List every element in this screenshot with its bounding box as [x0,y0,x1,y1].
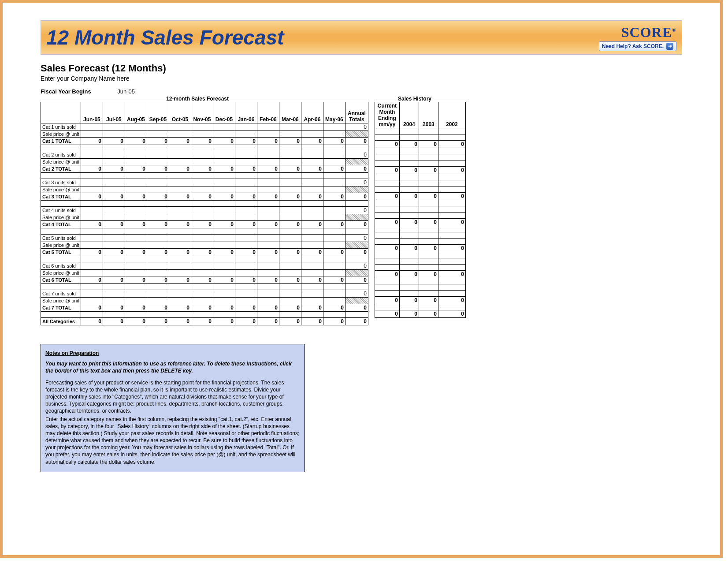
cell[interactable] [323,151,345,159]
cell[interactable] [438,265,465,271]
cell[interactable] [169,290,191,298]
cell[interactable] [103,159,125,165]
cell[interactable] [323,159,345,165]
row-label[interactable]: Cat 6 units sold [41,262,81,270]
cell[interactable] [125,123,147,131]
cell[interactable] [81,179,103,186]
cell[interactable] [323,262,345,270]
cell[interactable] [301,214,323,221]
cell[interactable] [257,298,279,304]
cell[interactable] [419,284,438,291]
company-name-placeholder[interactable]: Enter your Company Name here [41,75,682,82]
cell[interactable] [191,151,213,159]
cell[interactable] [301,179,323,186]
cell[interactable] [438,186,465,193]
cell[interactable] [323,214,345,221]
cell[interactable] [191,262,213,270]
row-label[interactable]: Sale price @ unit [41,159,81,165]
cell[interactable] [323,123,345,131]
cell[interactable] [169,159,191,165]
cell[interactable] [169,151,191,159]
cell[interactable] [399,134,419,141]
cell[interactable] [257,131,279,138]
cell[interactable] [279,151,301,159]
cell[interactable] [399,206,419,213]
row-label[interactable]: Cat 4 units sold [41,207,81,214]
cell[interactable] [235,235,257,242]
cell[interactable] [147,242,169,249]
cell[interactable] [191,242,213,249]
cell[interactable] [81,270,103,276]
cell[interactable] [375,265,399,271]
cell[interactable] [323,179,345,186]
cell[interactable] [125,179,147,186]
cell[interactable] [257,151,279,159]
cell[interactable] [235,242,257,249]
need-help-button[interactable]: Need Help? Ask SCORE. ➔ [599,41,676,51]
cell[interactable] [125,242,147,249]
cell[interactable] [147,262,169,270]
cell[interactable] [169,123,191,131]
cell[interactable] [419,154,438,160]
cell[interactable] [257,235,279,242]
fiscal-year-value[interactable]: Jun-05 [117,88,135,95]
cell[interactable] [235,159,257,165]
cell[interactable] [375,180,399,186]
row-label[interactable]: Sale price @ unit [41,131,81,138]
cell[interactable] [419,186,438,193]
cell[interactable] [169,131,191,138]
cell[interactable] [235,151,257,159]
cell[interactable] [419,239,438,245]
cell[interactable] [399,265,419,271]
cell[interactable] [213,298,235,304]
cell[interactable] [103,151,125,159]
cell[interactable] [213,290,235,298]
forecast-table[interactable]: Jun-05Jul-05Aug-05Sep-05Oct-05Nov-05Dec-… [41,102,368,325]
cell[interactable] [375,128,399,134]
cell[interactable] [375,134,399,141]
cell[interactable] [419,160,438,167]
cell[interactable] [399,180,419,186]
cell[interactable] [125,270,147,276]
cell[interactable] [125,207,147,214]
cell[interactable] [213,262,235,270]
cell[interactable] [301,123,323,131]
cell[interactable] [375,258,399,265]
cell[interactable] [301,151,323,159]
row-label[interactable]: Sale price @ unit [41,298,81,304]
cell[interactable] [399,128,419,134]
cell[interactable] [191,290,213,298]
cell[interactable] [213,235,235,242]
cell[interactable] [213,159,235,165]
cell[interactable] [103,186,125,193]
cell[interactable] [279,290,301,298]
cell[interactable] [191,298,213,304]
row-label[interactable]: Cat 1 units sold [41,123,81,131]
cell[interactable] [419,291,438,297]
cell[interactable] [81,131,103,138]
cell[interactable] [213,270,235,276]
cell[interactable] [147,123,169,131]
cell[interactable] [301,207,323,214]
cell[interactable] [419,265,438,271]
cell[interactable] [125,262,147,270]
cell[interactable] [279,159,301,165]
row-label[interactable]: Sale price @ unit [41,242,81,249]
cell[interactable] [125,235,147,242]
cell[interactable] [419,213,438,219]
cell[interactable] [301,159,323,165]
cell[interactable] [103,123,125,131]
cell[interactable] [301,131,323,138]
cell[interactable] [191,123,213,131]
cell[interactable] [147,131,169,138]
cell[interactable] [257,186,279,193]
cell[interactable] [399,291,419,297]
cell[interactable] [438,258,465,265]
cell[interactable] [279,262,301,270]
cell[interactable] [375,232,399,239]
cell[interactable] [375,239,399,245]
cell[interactable] [213,186,235,193]
cell[interactable] [213,214,235,221]
cell[interactable] [213,242,235,249]
cell[interactable] [103,298,125,304]
